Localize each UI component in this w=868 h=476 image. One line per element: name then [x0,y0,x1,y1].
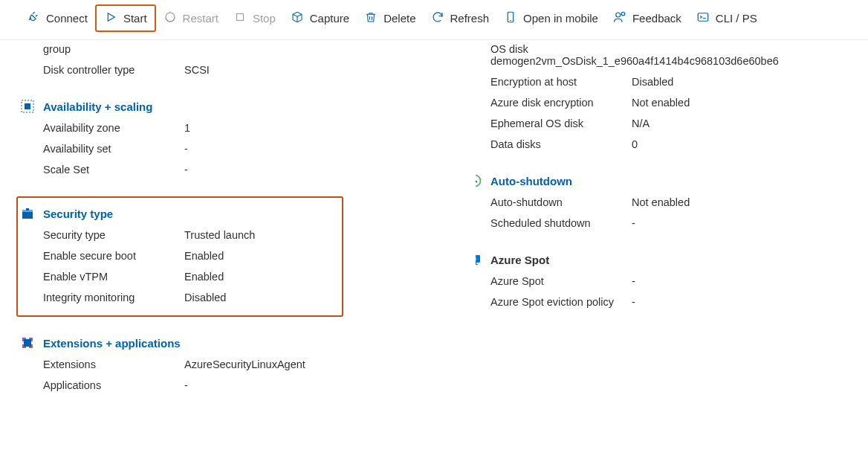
group-row: group [43,42,476,60]
availability-zone-row: Availability zone 1 [43,118,476,138]
play-icon [104,10,117,26]
svg-rect-6 [25,103,30,109]
availability-scaling-title[interactable]: Availability + scaling [43,100,152,113]
stop-label: Stop [253,12,276,25]
availability-scaling-header: Availability + scaling [43,100,476,113]
stop-button: Stop [226,6,283,30]
eviction-policy-row: Azure Spot eviction policy - [490,292,868,312]
feedback-button[interactable]: Feedback [606,6,689,30]
security-type-highlight: Security type Security type Trusted laun… [16,196,343,317]
stop-icon [233,10,247,26]
os-disk-value: demogen2vm_OsDisk_1_e960a4f1414b4c968103… [490,55,868,71]
start-highlight: Start [95,4,156,32]
open-in-mobile-label: Open in mobile [523,12,598,25]
svg-rect-4 [698,13,708,22]
auto-shutdown-row: Auto-shutdown Not enabled [490,192,868,213]
scale-set-row: Scale Set - [43,159,476,180]
azure-spot-row: Azure Spot - [490,271,868,292]
disk-controller-value: SCSI [184,64,210,76]
refresh-icon [431,10,444,26]
delete-label: Delete [383,12,415,25]
extensions-icon [19,336,36,350]
cli-label: CLI / PS [716,12,757,25]
disk-controller-label: Disk controller type [43,64,184,76]
clock-icon [476,174,483,187]
feedback-label: Feedback [632,12,681,25]
vtpm-row: Enable vTPM Enabled [43,266,333,287]
extensions-apps-title[interactable]: Extensions + applications [43,337,181,350]
delete-button[interactable]: Delete [357,6,423,30]
extensions-apps-header: Extensions + applications [43,336,476,350]
extensions-row: Extensions AzureSecurityLinuxAgent [43,354,476,375]
security-type-header: Security type [43,207,333,220]
left-column: group Disk controller type SCSI Availabi… [0,42,476,396]
group-label: group [43,43,184,55]
capture-icon [291,10,304,26]
content: group Disk controller type SCSI Availabi… [0,40,868,396]
connect-button[interactable]: Connect [19,6,95,30]
cli-button[interactable]: CLI / PS [689,6,765,30]
security-icon [19,207,36,220]
svg-rect-10 [24,339,31,347]
open-in-mobile-button[interactable]: Open in mobile [496,6,606,30]
right-column: OS disk demogen2vm_OsDisk_1_e960a4f1414b… [476,42,868,396]
availability-icon [19,100,36,113]
data-disks-row: Data disks 0 [490,134,868,155]
restart-button: Restart [156,6,226,30]
feedback-icon [613,10,626,26]
cli-icon [696,10,710,26]
restart-label: Restart [183,12,218,25]
scheduled-shutdown-row: Scheduled shutdown - [490,213,868,234]
start-label: Start [123,12,147,25]
refresh-button[interactable]: Refresh [424,6,497,30]
toolbar: Connect Start Restart Stop Capture Delet… [0,0,868,40]
svg-rect-13 [476,263,476,264]
secure-boot-row: Enable secure boot Enabled [43,245,333,266]
ephemeral-os-disk-row: Ephemeral OS disk N/A [490,113,868,134]
capture-button[interactable]: Capture [283,6,357,30]
auto-shutdown-title[interactable]: Auto-shutdown [490,175,572,187]
svg-rect-9 [26,208,29,210]
capture-label: Capture [310,12,349,25]
restart-icon [163,10,177,26]
connect-label: Connect [46,12,88,25]
azure-spot-title: Azure Spot [490,254,549,266]
svg-point-2 [616,13,621,17]
refresh-label: Refresh [450,12,490,25]
disk-controller-row: Disk controller type SCSI [43,60,476,80]
monitor-icon [476,253,483,266]
os-disk-label-row: OS disk [490,42,868,55]
trash-icon [364,10,378,26]
encryption-at-host-row: Encryption at host Disabled [490,71,868,92]
svg-point-11 [476,176,481,187]
start-button[interactable]: Start [97,6,155,30]
availability-set-row: Availability set - [43,138,476,159]
svg-rect-14 [476,264,478,265]
svg-point-3 [621,12,625,16]
auto-shutdown-header: Auto-shutdown [490,174,868,187]
svg-rect-0 [236,14,243,21]
security-type-row: Security type Trusted launch [43,225,333,245]
integrity-monitoring-row: Integrity monitoring Disabled [43,287,333,308]
plug-icon [27,10,40,26]
svg-rect-7 [22,212,33,219]
mobile-icon [504,10,517,26]
os-disk-label: OS disk [490,43,632,55]
azure-disk-encryption-row: Azure disk encryption Not enabled [490,92,868,113]
security-type-title[interactable]: Security type [43,208,113,220]
azure-spot-header: Azure Spot [490,253,868,266]
applications-row: Applications - [43,375,476,396]
